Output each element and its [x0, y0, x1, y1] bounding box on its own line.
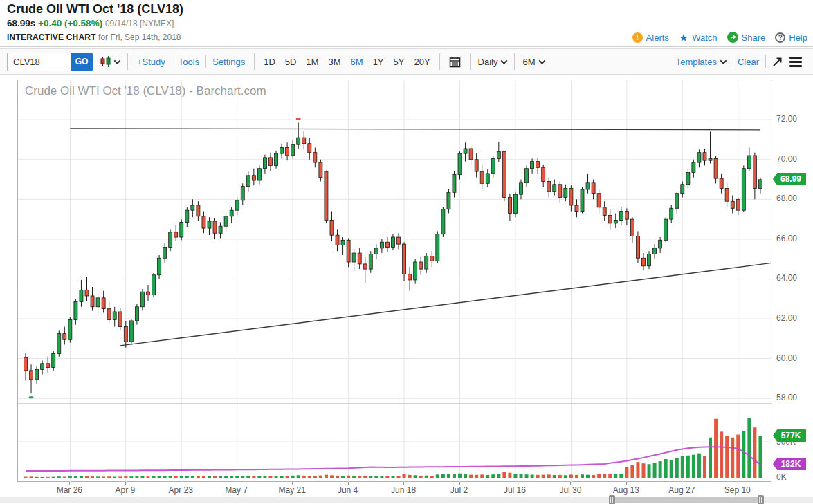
scrollbar-right-handle[interactable]: [758, 495, 764, 504]
help-icon: ?: [775, 32, 785, 43]
star-icon: ★: [679, 32, 688, 43]
range-button-5D[interactable]: 5D: [285, 57, 297, 67]
chart-subtitle: INTERACTIVE CHART for Fri, Sep 14th, 201…: [7, 32, 181, 42]
chart-for-date: for Fri, Sep 14th, 2018: [98, 32, 181, 42]
x-axis-label: Apr 23: [160, 485, 201, 495]
chevron-down-icon: [114, 57, 121, 64]
last-price: 68.99s: [7, 18, 35, 28]
y-axis-label: 64.00: [776, 273, 797, 283]
x-axis-label: Aug 27: [661, 485, 702, 495]
templates-dropdown[interactable]: Templates: [675, 57, 727, 67]
range-button-1D[interactable]: 1D: [264, 57, 275, 67]
go-button[interactable]: GO: [71, 53, 93, 71]
chart-plot-area[interactable]: Crude Oil WTI Oct '18 (CLV18) - Barchart…: [17, 80, 771, 482]
period-dropdown[interactable]: 6M: [521, 57, 545, 67]
page-type-label: INTERACTIVE CHART: [7, 32, 96, 42]
popout-arrow-icon: [772, 57, 783, 67]
volume-badge: 577K: [773, 429, 806, 442]
add-study-button[interactable]: +Study: [134, 57, 168, 67]
y-axis-label: 62.00: [776, 313, 797, 323]
settings-button[interactable]: Settings: [210, 57, 248, 67]
range-button-3M[interactable]: 3M: [329, 57, 341, 67]
y-axis-label: 68.00: [776, 194, 797, 203]
calendar-icon: [449, 56, 461, 68]
range-button-1Y[interactable]: 1Y: [373, 57, 384, 67]
price-change: +0.40 (+0.58%): [38, 18, 102, 28]
x-axis-label: Jul 16: [494, 485, 536, 495]
candlestick-chart: [18, 80, 772, 483]
range-button-1M[interactable]: 1M: [306, 57, 318, 67]
scrollbar-left-handle[interactable]: [609, 495, 615, 504]
x-axis-label: Jun 4: [327, 485, 369, 495]
alerts-link[interactable]: ! Alerts: [632, 32, 669, 43]
open-interest-badge: 182K: [773, 458, 806, 470]
y-axis-label: 60.00: [776, 353, 797, 363]
range-buttons: 1D5D1M3M6M1Y5Y20Y: [264, 57, 430, 67]
interactive-chart-page: Crude Oil WTI Oct '18 (CLV18) 68.99s +0.…: [0, 0, 813, 504]
clear-button[interactable]: Clear: [735, 57, 762, 67]
x-axis-label: Jul 2: [439, 485, 480, 495]
y-axis-label: 58.00: [776, 393, 797, 402]
x-axis-label: Aug 13: [605, 485, 647, 495]
y-axis-label: 70.00: [776, 154, 797, 164]
custom-date-button[interactable]: [449, 56, 461, 68]
alert-icon: !: [632, 32, 643, 43]
share-link[interactable]: Share: [727, 32, 766, 43]
x-axis-label: Apr 9: [104, 485, 146, 495]
x-axis-label: Jun 18: [383, 485, 424, 495]
chevron-down-icon: [538, 57, 545, 64]
last-price-badge: 68.99: [773, 173, 806, 185]
share-icon: [727, 32, 738, 43]
quote-date-exchange: 09/14/18 [NYMEX]: [105, 19, 174, 28]
menu-icon: [789, 57, 802, 59]
chart-type-dropdown[interactable]: [99, 56, 121, 67]
range-button-6M[interactable]: 6M: [351, 57, 363, 67]
time-scrollbar-range[interactable]: [613, 497, 760, 503]
header: Crude Oil WTI Oct '18 (CLV18) 68.99s +0.…: [0, 0, 813, 47]
header-links: ! Alerts ★ Watch Share ? Help: [632, 32, 807, 43]
y-axis-label: 72.00: [776, 114, 797, 124]
range-button-5Y[interactable]: 5Y: [394, 57, 405, 67]
menu-button[interactable]: [789, 57, 802, 67]
watch-link[interactable]: ★ Watch: [679, 32, 718, 43]
y-axis-label: 66.00: [776, 234, 797, 243]
x-axis-label: Jul 30: [549, 485, 591, 495]
quote-line: 68.99s +0.40 (+0.58%) 09/14/18 [NYMEX]: [7, 18, 174, 28]
frequency-dropdown[interactable]: Daily: [477, 57, 509, 67]
x-axis-label: May 7: [216, 485, 257, 495]
chevron-down-icon: [720, 57, 727, 64]
candlestick-chart-icon: [100, 56, 111, 67]
chevron-down-icon: [501, 57, 508, 64]
symbol-input[interactable]: [7, 53, 71, 71]
popout-button[interactable]: [772, 57, 783, 67]
help-link[interactable]: ? Help: [775, 32, 807, 43]
chart-toolbar: GO +Study Tools Settings 1D5D1M3M6M1Y5Y2…: [0, 48, 813, 75]
page-title: Crude Oil WTI Oct '18 (CLV18): [7, 2, 183, 17]
x-axis-label: May 21: [271, 485, 313, 495]
x-axis-label: Mar 26: [48, 485, 90, 495]
volume-axis-label: 0K: [776, 472, 787, 482]
range-button-20Y[interactable]: 20Y: [414, 57, 430, 67]
tools-button[interactable]: Tools: [176, 57, 202, 67]
x-axis-label: Sep 10: [717, 485, 758, 495]
